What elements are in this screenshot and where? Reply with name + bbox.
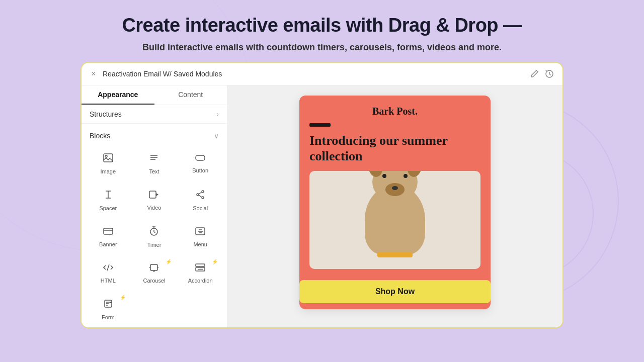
html-icon [103,263,114,275]
block-image[interactable]: Image [86,146,131,182]
svg-point-2 [105,155,107,157]
svg-line-14 [199,192,202,194]
block-accordion-label: Accordion [188,278,213,284]
email-heading: Introducing our summer collection [309,133,480,164]
close-button[interactable]: × [90,70,98,78]
button-icon [195,154,206,164]
block-carousel-label: Carousel [143,278,165,284]
svg-rect-16 [104,228,113,234]
carousel-icon [148,263,159,275]
carousel-lightning-badge: ⚡ [166,259,172,264]
block-text-label: Text [149,168,159,174]
block-html-label: HTML [101,278,116,284]
svg-rect-25 [150,264,157,270]
spacer-icon [103,190,113,202]
dog-nose [392,186,398,190]
email-card: Bark Post. Introducing our summer collec… [299,96,491,309]
block-spacer[interactable]: Spacer [86,183,131,218]
menu-icon [195,227,206,238]
svg-point-12 [197,194,199,196]
blocks-grid: Image Text [82,144,227,327]
email-preview-area: Bark Post. Introducing our summer collec… [227,85,562,327]
block-video[interactable]: Video [132,183,177,218]
structures-chevron-icon: › [216,110,219,118]
svg-rect-6 [196,155,205,160]
structures-row[interactable]: Structures › [82,105,227,124]
image-icon [103,153,114,165]
dog-eye-right [404,174,408,178]
dog-ear-right [406,171,424,178]
form-lightning-badge: ⚡ [120,295,126,300]
block-timer-label: Timer [147,242,162,248]
block-timer[interactable]: Timer [132,219,177,255]
block-banner-label: Banner [99,241,117,247]
tab-appearance[interactable]: Appearance [82,85,154,105]
svg-rect-1 [104,154,113,162]
blocks-section: Blocks ∨ [82,124,227,327]
svg-rect-10 [149,191,156,198]
block-button-label: Button [192,167,208,173]
editor-titlebar: × Reactivation Email W/ Saved Modules [82,63,562,85]
dog-head [372,171,418,203]
editor-window: × Reactivation Email W/ Saved Modules [80,62,564,328]
email-accent-bar [309,123,331,127]
dog-eye-left [382,174,386,178]
svg-rect-30 [110,302,112,303]
email-cta-button[interactable]: Shop Now [299,280,491,303]
svg-point-11 [202,191,204,193]
text-icon [149,153,159,165]
svg-point-13 [202,197,204,199]
email-brand: Bark Post. [299,96,491,123]
dog-snout [385,183,405,196]
block-menu-label: Menu [193,241,207,247]
block-text[interactable]: Text [132,146,177,182]
block-menu[interactable]: Menu [178,219,223,255]
page-background: Create interactive emails with Drag & Dr… [0,0,644,362]
block-social-label: Social [193,205,208,211]
email-image-box [309,171,480,269]
structures-label: Structures [90,110,122,118]
accordion-icon [195,263,206,275]
blocks-header[interactable]: Blocks ∨ [82,128,227,144]
edit-icon[interactable] [529,69,539,79]
block-social[interactable]: Social [178,183,223,218]
social-icon [195,190,205,202]
block-button[interactable]: Button [178,146,223,182]
block-form-label: Form [102,314,115,320]
video-icon [148,190,159,202]
tab-bar: Appearance Content [82,85,227,105]
timer-icon [149,226,159,239]
blocks-chevron-icon: ∨ [214,132,219,140]
block-video-label: Video [147,205,162,211]
editor-body: Appearance Content Structures › Blocks ∨ [82,85,562,327]
block-image-label: Image [101,168,116,174]
email-content-area: Introducing our summer collection [299,123,491,274]
blocks-label: Blocks [90,132,110,140]
form-icon [103,299,113,311]
accordion-lightning-badge: ⚡ [212,259,218,264]
dog-ear-left [367,171,384,178]
dog-body [365,185,425,255]
sidebar: Appearance Content Structures › Blocks ∨ [82,85,227,327]
tab-content[interactable]: Content [154,85,227,105]
dog-collar [377,252,413,257]
block-carousel[interactable]: ⚡ Carousel [132,256,177,291]
block-banner[interactable]: Banner [86,219,131,255]
dog-illustration [309,171,480,269]
history-icon[interactable] [544,69,554,79]
block-accordion[interactable]: ⚡ Accordion [178,256,223,291]
svg-rect-26 [196,264,205,266]
banner-icon [103,227,114,238]
svg-line-15 [199,195,202,197]
block-spacer-label: Spacer [99,205,117,211]
block-form[interactable]: ⚡ Form [86,292,131,327]
editor-title: Reactivation Email W/ Saved Modules [103,70,524,78]
block-html[interactable]: HTML [86,256,131,291]
